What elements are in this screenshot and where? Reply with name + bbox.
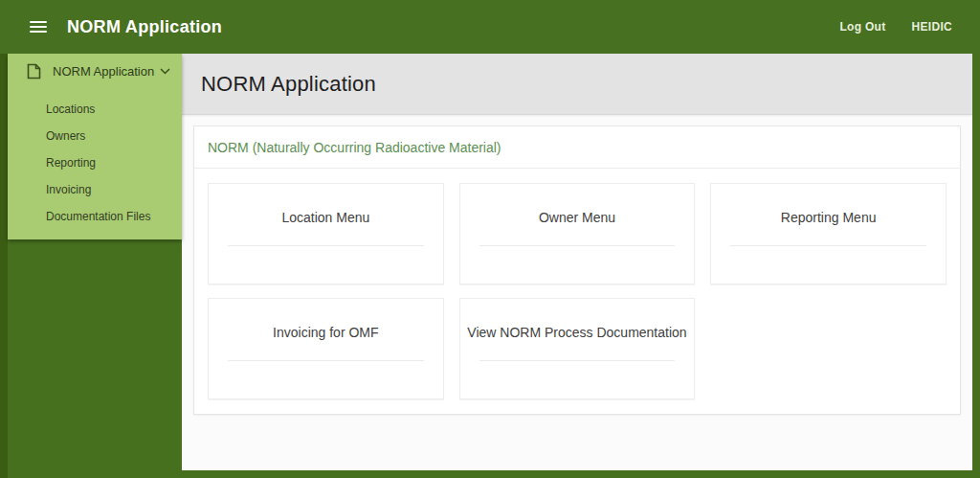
- card-divider: [479, 245, 676, 246]
- card-view-norm-process-documentation[interactable]: View NORM Process Documentation: [459, 298, 696, 399]
- card-divider: [479, 360, 676, 361]
- region-title: NORM (Naturally Occurring Radioactive Ma…: [194, 126, 960, 169]
- sidebar: NORM Application Locations Owners Report…: [8, 54, 182, 239]
- card-divider: [228, 245, 424, 246]
- hamburger-menu-icon[interactable]: [30, 18, 47, 35]
- sidebar-item-locations[interactable]: Locations: [8, 96, 182, 123]
- card-label: Invoicing for OMF: [209, 299, 443, 340]
- card-owner-menu[interactable]: Owner Menu: [459, 183, 696, 285]
- card-reporting-menu[interactable]: Reporting Menu: [710, 183, 947, 285]
- document-icon: [27, 63, 41, 80]
- header-actions: Log Out HEIDIC: [839, 20, 952, 34]
- card-location-menu[interactable]: Location Menu: [208, 183, 444, 285]
- card-label: View NORM Process Documentation: [460, 299, 695, 340]
- menu-card-grid: Location Menu Owner Menu Reporting Menu …: [194, 169, 960, 414]
- sidebar-item-reporting[interactable]: Reporting: [8, 149, 182, 176]
- page-header: NORM Application: [182, 54, 972, 115]
- logout-button[interactable]: Log Out: [839, 20, 885, 34]
- main-content: NORM Application NORM (Naturally Occurri…: [182, 54, 972, 470]
- card-label: Owner Menu: [460, 184, 695, 225]
- app-title: NORM Application: [67, 17, 222, 37]
- card-divider: [228, 360, 424, 361]
- sidebar-header-norm-application[interactable]: NORM Application: [8, 54, 182, 88]
- app-window: NORM Application Log Out HEIDIC NORM App…: [0, 0, 980, 478]
- card-label: Reporting Menu: [711, 184, 946, 225]
- hamburger-bar: [30, 31, 47, 33]
- sidebar-item-list: Locations Owners Reporting Invoicing Doc…: [8, 88, 182, 230]
- sidebar-title: NORM Application: [53, 64, 160, 79]
- chevron-down-icon: [160, 68, 170, 75]
- card-invoicing-for-omf[interactable]: Invoicing for OMF: [208, 298, 444, 399]
- app-header: NORM Application Log Out HEIDIC: [0, 0, 980, 54]
- left-frame-strip: [0, 54, 8, 478]
- norm-region-panel: NORM (Naturally Occurring Radioactive Ma…: [193, 125, 961, 415]
- sidebar-item-owners[interactable]: Owners: [8, 123, 182, 149]
- card-label: Location Menu: [209, 184, 443, 225]
- page-title: NORM Application: [201, 72, 376, 97]
- user-menu-button[interactable]: HEIDIC: [912, 20, 952, 34]
- card-divider: [730, 245, 926, 246]
- sidebar-item-invoicing[interactable]: Invoicing: [8, 176, 182, 203]
- sidebar-item-documentation-files[interactable]: Documentation Files: [8, 203, 182, 230]
- hamburger-bar: [30, 26, 47, 28]
- hamburger-bar: [30, 21, 47, 23]
